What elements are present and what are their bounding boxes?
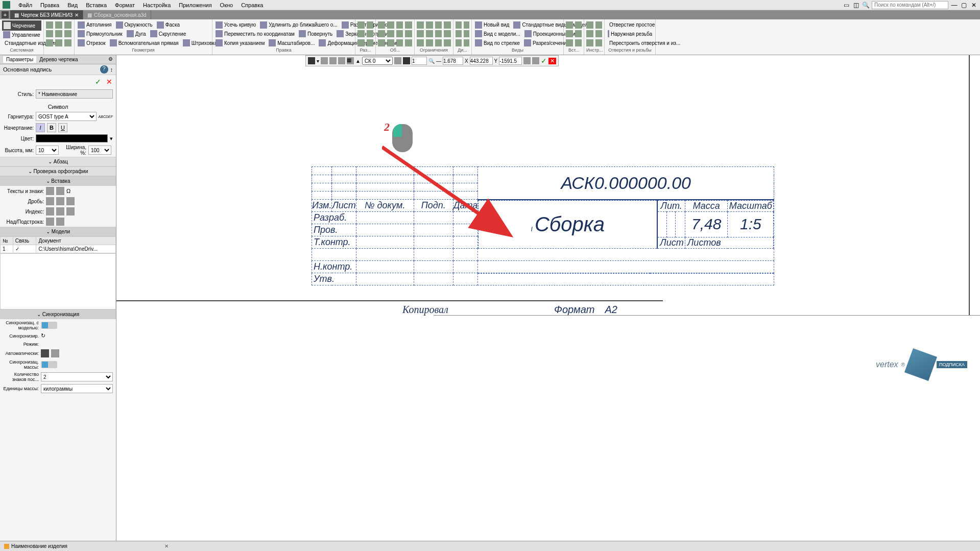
color-picker[interactable]	[36, 134, 108, 142]
arrow-icon[interactable]: ↕	[110, 66, 113, 73]
diag-icon[interactable]	[456, 21, 462, 29]
diag-icon[interactable]	[464, 30, 470, 37]
apply-button[interactable]: ✓	[93, 77, 103, 86]
mode-management[interactable]: Управление	[2, 31, 41, 39]
mode-standard-parts[interactable]: Стандартные изделия	[2, 39, 41, 47]
step-input[interactable]	[412, 57, 427, 65]
section-models[interactable]: Модели	[0, 227, 116, 236]
con-icon[interactable]	[435, 39, 442, 46]
tab-drawing[interactable]: ▦ Чертеж БЕЗ ИМЕНИ3 ✕	[10, 10, 83, 19]
btn-fillet[interactable]: Скругление	[149, 30, 187, 38]
idx-icon[interactable]	[66, 207, 75, 215]
row-nkontr[interactable]: Н.контр.	[312, 261, 356, 273]
ann-icon[interactable]	[378, 39, 385, 46]
btn-arc[interactable]: Дуга	[126, 30, 147, 38]
ann-icon[interactable]	[405, 30, 412, 37]
ann-icon[interactable]	[378, 21, 385, 29]
print-icon[interactable]	[55, 39, 62, 46]
ann-icon[interactable]	[387, 30, 394, 37]
ou-icon[interactable]	[46, 218, 54, 226]
bold-button[interactable]: B	[47, 123, 56, 132]
cut-icon[interactable]	[46, 30, 53, 37]
frac-icon[interactable]	[46, 197, 54, 205]
menu-help[interactable]: Справка	[237, 2, 267, 8]
save-icon[interactable]	[46, 39, 53, 46]
sync-mass-toggle[interactable]	[41, 361, 57, 368]
ins-icon[interactable]	[566, 21, 573, 29]
snap-icon[interactable]	[338, 57, 345, 64]
dim-icon[interactable]	[357, 30, 365, 37]
btn-rotate[interactable]: Повернуть	[298, 30, 333, 38]
status-close-icon[interactable]: ✕	[164, 543, 169, 549]
menu-window[interactable]: Окно	[216, 2, 237, 8]
y-input[interactable]	[499, 57, 522, 65]
idx-icon[interactable]	[46, 207, 54, 215]
menu-apps[interactable]: Приложения	[175, 2, 216, 8]
ann-icon[interactable]	[387, 21, 394, 29]
con-icon[interactable]	[417, 39, 424, 46]
pen-icon[interactable]	[308, 57, 315, 64]
drawing-canvas[interactable]: ▾ ▦ ▲ СК 0 🔍 — X Y ✓ ✕ 2 АСК0.000000.	[116, 55, 980, 541]
undo-icon[interactable]	[46, 21, 53, 29]
maximize-icon[interactable]: ▢	[960, 2, 968, 9]
auto-on-icon[interactable]	[41, 349, 49, 357]
paste-icon[interactable]	[55, 30, 62, 37]
ins-icon[interactable]	[575, 21, 582, 29]
ann-icon[interactable]	[396, 21, 403, 29]
title-block[interactable]: АСК0.000000.00 Изм. Лист № докум. Подп. …	[312, 166, 774, 285]
tool-icon[interactable]	[586, 30, 593, 37]
con-icon[interactable]	[435, 30, 442, 37]
grid-icon[interactable]: ▦	[347, 57, 354, 64]
dim-icon[interactable]	[367, 39, 374, 46]
table-row[interactable]: 1✓C:\Users\hisma\OneDriv...	[1, 245, 116, 253]
menu-view[interactable]: Вид	[63, 2, 82, 8]
tool-icon[interactable]	[532, 57, 539, 64]
layout2-icon[interactable]: ◫	[852, 2, 860, 9]
diag-icon[interactable]	[464, 39, 470, 46]
font-select[interactable]: GOST type A	[36, 112, 97, 121]
tool-icon[interactable]	[595, 39, 603, 46]
menu-insert[interactable]: Вставка	[82, 2, 111, 8]
digits-select[interactable]: 2	[41, 372, 113, 381]
scale-value[interactable]: 1:5	[728, 211, 774, 237]
tool-icon[interactable]	[523, 57, 531, 64]
btn-thread[interactable]: Наружная резьба	[607, 30, 653, 38]
section-spellcheck[interactable]: Проверка орфографии	[0, 166, 116, 176]
diag-icon[interactable]	[464, 21, 470, 29]
con-icon[interactable]	[417, 30, 424, 37]
section-insert[interactable]: Вставка	[0, 176, 116, 186]
units-select[interactable]: килограммы	[41, 384, 113, 393]
refresh-icon[interactable]: ↻	[41, 332, 45, 339]
ann-icon[interactable]	[378, 30, 385, 37]
redo-icon[interactable]	[55, 21, 62, 29]
dim-icon[interactable]	[357, 21, 365, 29]
ann-icon[interactable]	[387, 39, 394, 46]
menu-file[interactable]: Файл	[14, 2, 36, 8]
diag-icon[interactable]	[456, 30, 462, 37]
ou-icon[interactable]	[56, 218, 64, 226]
btn-move[interactable]: Переместить по координатам	[214, 30, 296, 38]
section-sync[interactable]: Синхронизация	[0, 309, 116, 319]
zoom-input[interactable]	[443, 57, 463, 65]
mass-value[interactable]: 7,48	[685, 211, 728, 237]
zoom-out-icon[interactable]: 🔍	[428, 58, 435, 64]
width-select[interactable]: 100	[88, 146, 111, 155]
con-icon[interactable]	[444, 30, 451, 37]
tab-assembly[interactable]: ▦ Сборка_основная.a3d	[83, 10, 151, 19]
cs-select[interactable]: СК 0	[362, 57, 393, 65]
sign-icon[interactable]	[56, 187, 64, 195]
con-icon[interactable]	[435, 21, 442, 29]
btn-circle[interactable]: Окружность	[115, 21, 154, 29]
row-utv[interactable]: Утв.	[312, 273, 356, 285]
tab-tree[interactable]: Дерево чертежа	[36, 56, 81, 63]
ins-icon[interactable]	[575, 39, 582, 46]
btn-extend[interactable]: Удлинить до ближайшего о...	[259, 21, 338, 29]
btn-copy[interactable]: Копия указанием	[214, 39, 266, 47]
auto-off-icon[interactable]	[51, 349, 59, 357]
new-tab-button[interactable]: +	[2, 11, 9, 18]
tab-parameters[interactable]: Параметры	[3, 56, 36, 63]
ann-icon[interactable]	[405, 21, 412, 29]
menu-edit[interactable]: Правка	[36, 2, 63, 8]
height-select[interactable]: 10	[36, 146, 59, 155]
menu-format[interactable]: Формат	[111, 2, 139, 8]
